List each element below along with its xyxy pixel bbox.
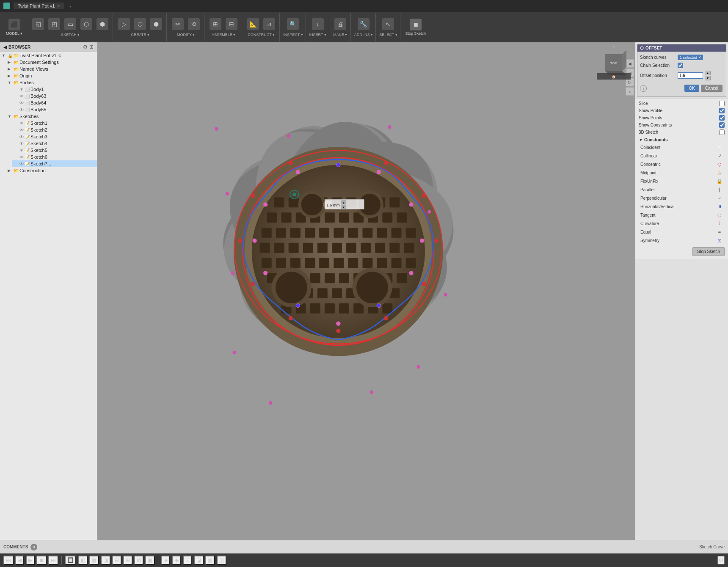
- constraint-horizontal-vertical[interactable]: Horizontal/Vertical ⏸: [637, 202, 726, 211]
- playback-stop-button[interactable]: ⏹: [36, 556, 47, 565]
- show-points-checkbox[interactable]: [719, 115, 725, 121]
- create-tool-2[interactable]: ⬡: [132, 17, 148, 31]
- ok-button[interactable]: OK: [684, 85, 699, 92]
- tree-item-sketches[interactable]: ▼ 📂 Sketches: [6, 113, 97, 120]
- construct-tool-2[interactable]: ⊿: [262, 17, 277, 31]
- eye-icon[interactable]: 👁: [19, 94, 24, 99]
- modify-tool-2[interactable]: ⟲: [186, 17, 201, 31]
- assemble-tool-2[interactable]: ⊟: [224, 17, 239, 31]
- construct-group-label[interactable]: CONSTRUCT ▾: [248, 33, 275, 37]
- create-tool-3[interactable]: ⬢: [149, 17, 164, 31]
- tree-item-sketch2[interactable]: 👁 📝 Sketch2: [12, 127, 97, 133]
- playback-first-button[interactable]: ⏮: [3, 556, 14, 565]
- constraint-coincident[interactable]: Coincident ⊢: [637, 143, 726, 151]
- addins-group-label[interactable]: ADD-INS ▾: [354, 33, 373, 37]
- sketch-tool-2[interactable]: ◰: [47, 17, 62, 31]
- measure-down-button[interactable]: ▼: [341, 205, 346, 209]
- eye-icon[interactable]: 👁: [19, 155, 24, 160]
- playback-next-button[interactable]: ⏭: [48, 556, 58, 565]
- sketch-tool-1[interactable]: ◱: [30, 17, 46, 31]
- expand-icon[interactable]: ▼: [8, 114, 13, 118]
- constraint-concentric[interactable]: Concentric ◎: [637, 160, 726, 168]
- expand-icon[interactable]: ▼: [8, 80, 13, 85]
- display-btn-4[interactable]: ◪: [194, 556, 204, 565]
- expand-icon[interactable]: ▶: [8, 67, 13, 71]
- show-profile-checkbox[interactable]: [719, 108, 725, 113]
- expand-icon[interactable]: ▶: [8, 168, 13, 173]
- make-group-label[interactable]: MAKE ▾: [333, 33, 347, 37]
- addins-tool-1[interactable]: 🔧: [356, 17, 371, 31]
- eye-icon[interactable]: 👁: [19, 87, 24, 92]
- cancel-button[interactable]: Cancel: [701, 85, 722, 92]
- expand-icon[interactable]: ▶: [8, 74, 13, 78]
- assemble-tool-1[interactable]: ⊞: [208, 17, 223, 31]
- clear-selection-button[interactable]: ×: [698, 55, 701, 60]
- nav-cube[interactable]: Z Y TOP 🏠: [597, 46, 631, 80]
- offset-position-input[interactable]: [678, 72, 703, 79]
- view-btn-2[interactable]: ◧: [78, 556, 88, 565]
- tree-item-sketch3[interactable]: 👁 📝 Sketch3: [12, 133, 97, 140]
- view-btn-5[interactable]: ⊟: [112, 556, 121, 565]
- tree-item-root[interactable]: ▼ 🔒 📁 Twist Plant Pot v1 ⚙: [0, 52, 97, 59]
- constraint-perpendicular[interactable]: Perpendicular ✓: [637, 194, 726, 202]
- show-constraints-checkbox[interactable]: [719, 122, 725, 128]
- inspect-tool-1[interactable]: 🔍: [285, 17, 301, 31]
- tree-item-bodies[interactable]: ▼ 📂 Bodies: [6, 79, 97, 86]
- sketch-tool-3[interactable]: ▭: [63, 17, 78, 31]
- eye-icon[interactable]: 👁: [19, 128, 24, 132]
- browser-collapse-icon[interactable]: ◀: [3, 44, 7, 50]
- tree-item-sketch5[interactable]: 👁 📝 Sketch5: [12, 147, 97, 154]
- display-btn-1[interactable]: ◈: [161, 556, 170, 565]
- tree-item-body1[interactable]: 👁 ⬜ Body1: [12, 86, 97, 93]
- select-group-label[interactable]: SELECT ▾: [379, 33, 397, 37]
- view-btn-1[interactable]: 🔲: [65, 556, 76, 565]
- eye-icon[interactable]: 👁: [19, 141, 24, 146]
- add-tab-button[interactable]: +: [69, 3, 72, 9]
- tree-item-doc-settings[interactable]: ▶ 📂 Document Settings: [6, 59, 97, 66]
- view-btn-4[interactable]: ◨: [101, 556, 110, 565]
- constraint-midpoint[interactable]: Midpoint △: [637, 168, 726, 177]
- display-btn-3[interactable]: ⊡: [183, 556, 192, 565]
- eye-icon[interactable]: 👁: [19, 101, 24, 105]
- model-button[interactable]: ⬛ MODEL ▾: [4, 18, 24, 36]
- insert-tool-1[interactable]: ↓: [310, 17, 325, 31]
- offset-down-button[interactable]: ▼: [705, 76, 711, 80]
- playback-prev-button[interactable]: ◀: [15, 556, 24, 565]
- sketch-tool-4[interactable]: ⬡: [79, 17, 94, 31]
- make-tool-1[interactable]: 🖨: [333, 17, 348, 31]
- view-btn-3[interactable]: ▦: [89, 556, 99, 565]
- tree-item-construction[interactable]: ▶ 📂 Construction: [6, 167, 97, 174]
- view-btn-8[interactable]: ▣: [145, 556, 155, 565]
- viewport-canvas[interactable]: 1.6 mm ▲ ▼: [97, 42, 635, 540]
- constraint-fix[interactable]: Fix/UnFix 🔒: [637, 177, 726, 185]
- sketch-tool-5[interactable]: ⬢: [95, 17, 110, 31]
- browser-settings-icon[interactable]: ⚙: [83, 44, 88, 50]
- tree-item-sketch7[interactable]: 👁 📝 Sketch7...: [12, 160, 97, 167]
- construct-tool-1[interactable]: 📐: [245, 17, 261, 31]
- browser-expand-icon[interactable]: ⊞: [89, 44, 94, 50]
- settings-icon[interactable]: ⚙: [58, 53, 62, 58]
- constraint-parallel[interactable]: Parallel ∥: [637, 185, 726, 194]
- eye-icon[interactable]: 👁: [19, 107, 24, 112]
- eye-icon[interactable]: 👁: [19, 148, 24, 153]
- tree-item-body65[interactable]: 👁 ⬜ Body65: [12, 106, 97, 113]
- app-tab[interactable]: Twist Plant Pot v1 ×: [14, 3, 64, 9]
- constraint-tangent[interactable]: Tangent ◌: [637, 211, 726, 219]
- sketch-group-label[interactable]: SKETCH ▾: [61, 33, 80, 37]
- constraint-curvature[interactable]: Curvature ⤴: [637, 219, 726, 228]
- eye-icon[interactable]: 👁: [19, 135, 24, 139]
- view-btn-7[interactable]: ⊠: [134, 556, 143, 565]
- constraint-collinear[interactable]: Collinear ↗: [637, 151, 726, 160]
- insert-group-label[interactable]: INSERT ▾: [309, 33, 326, 37]
- create-group-label[interactable]: CREATE ▾: [131, 33, 149, 37]
- playback-play-button[interactable]: ▶: [26, 556, 35, 565]
- tree-item-named-views[interactable]: ▶ 📂 Named Views: [6, 66, 97, 72]
- display-btn-5[interactable]: ▥: [205, 556, 215, 565]
- expand-icon[interactable]: ▶: [8, 60, 13, 64]
- chain-selection-checkbox[interactable]: [678, 63, 683, 68]
- tree-item-sketch1[interactable]: 👁 📝 Sketch1: [12, 120, 97, 127]
- constraint-symmetry[interactable]: Symmetry ⧖: [637, 236, 726, 245]
- slice-checkbox[interactable]: [719, 101, 725, 106]
- sketch-3d-checkbox[interactable]: [719, 129, 725, 135]
- info-button[interactable]: i: [640, 85, 647, 92]
